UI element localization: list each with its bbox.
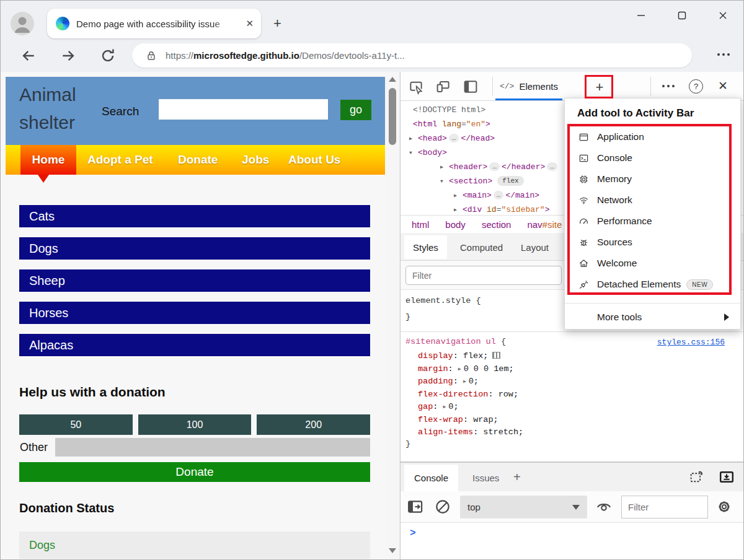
- live-expression-eye-icon[interactable]: [595, 498, 613, 515]
- css-property-row[interactable]: flex-direction: row;: [418, 388, 743, 401]
- css-property-row[interactable]: gap: ▶0;: [418, 401, 743, 414]
- amount-100-button[interactable]: 100: [138, 414, 252, 435]
- refresh-button[interactable]: [100, 48, 116, 64]
- move-quick-view-icon[interactable]: [689, 469, 705, 485]
- profile-avatar[interactable]: [11, 12, 34, 35]
- css-property-value[interactable]: flex;: [463, 351, 489, 361]
- devtools-close-icon[interactable]: ✕: [718, 79, 728, 93]
- stylesheet-source-link[interactable]: styles.css:156: [657, 338, 725, 347]
- nav-item-donate[interactable]: Donate: [178, 145, 218, 175]
- new-tab-button[interactable]: +: [273, 15, 281, 32]
- amount-50-button[interactable]: 50: [19, 414, 133, 435]
- breadcrumb-item-body[interactable]: body: [445, 219, 466, 230]
- scroll-down-icon[interactable]: [389, 548, 396, 553]
- inspect-element-icon[interactable]: [408, 79, 424, 95]
- url-path: /Demos/devtools-a11y-t...: [299, 50, 405, 61]
- tab-console[interactable]: Console: [404, 465, 458, 491]
- nav-item-adopt[interactable]: Adopt a Pet: [87, 145, 153, 175]
- console-output[interactable]: >: [401, 523, 743, 559]
- animal-link-alpacas[interactable]: Alpacas: [19, 334, 370, 356]
- maximize-button[interactable]: [662, 1, 702, 30]
- expand-arrow-icon[interactable]: ▼: [409, 146, 418, 160]
- animal-link-sheep[interactable]: Sheep: [19, 269, 370, 292]
- css-property-value[interactable]: row;: [498, 390, 518, 399]
- scroll-up-icon[interactable]: [389, 77, 396, 82]
- css-property-name[interactable]: padding: [418, 377, 453, 386]
- tab-layout[interactable]: Layout: [512, 235, 557, 259]
- page-scrollbar[interactable]: [386, 72, 399, 559]
- forward-button[interactable]: [60, 48, 76, 64]
- minimize-button[interactable]: [621, 1, 662, 30]
- expand-arrow-icon[interactable]: ▼: [440, 174, 449, 188]
- css-property-row[interactable]: padding: ▶0;: [418, 375, 743, 388]
- close-drawer-icon[interactable]: [719, 469, 735, 485]
- expand-arrow-icon[interactable]: ▶: [454, 203, 463, 215]
- lock-icon[interactable]: [146, 50, 157, 61]
- donate-button[interactable]: Donate: [19, 462, 370, 482]
- css-property-row[interactable]: margin: ▶0 0 0 1em;: [418, 363, 743, 376]
- activity-bar-layout-icon[interactable]: [463, 79, 479, 95]
- expand-arrow-icon[interactable]: ▶: [440, 160, 449, 174]
- css-property-row[interactable]: align-items: stretch;: [418, 426, 743, 439]
- tab-issues[interactable]: Issues: [463, 465, 509, 491]
- expand-arrow-icon[interactable]: ▶: [409, 131, 418, 146]
- donation-status-row[interactable]: Dogs: [19, 532, 370, 559]
- console-prompt-icon[interactable]: >: [410, 528, 416, 539]
- devtools-more-icon[interactable]: [662, 85, 675, 87]
- devtools-help-icon[interactable]: ?: [689, 79, 703, 94]
- code-token: "en": [466, 120, 485, 129]
- nav-item-jobs[interactable]: Jobs: [242, 145, 269, 175]
- clear-console-icon[interactable]: [434, 498, 451, 515]
- animal-link-dogs[interactable]: Dogs: [19, 237, 370, 260]
- expand-arrow-icon[interactable]: ▶: [458, 363, 461, 376]
- scrollbar-thumb[interactable]: [389, 88, 396, 145]
- search-input[interactable]: [159, 99, 328, 120]
- tab-close-icon[interactable]: ✕: [246, 18, 254, 29]
- breadcrumb-item-section[interactable]: section: [482, 219, 512, 230]
- css-property-name[interactable]: flex-direction: [418, 390, 488, 399]
- expand-arrow-icon[interactable]: ▶: [454, 188, 463, 203]
- styles-filter-input[interactable]: [405, 266, 562, 285]
- css-property-value[interactable]: 0;: [469, 377, 479, 386]
- code-token: lang: [442, 120, 461, 129]
- console-sidebar-icon[interactable]: [407, 498, 424, 515]
- drawer-add-tab-icon[interactable]: +: [513, 470, 521, 484]
- css-property-name[interactable]: flex-wrap: [418, 415, 463, 424]
- annotation-box-plus: [585, 75, 613, 98]
- breadcrumb-item-nav[interactable]: nav#site: [527, 219, 562, 230]
- css-property-value[interactable]: 0 0 0 1em;: [464, 364, 514, 374]
- tab-computed[interactable]: Computed: [451, 235, 512, 259]
- breadcrumb-item-html[interactable]: html: [412, 219, 429, 230]
- css-property-value[interactable]: 0;: [448, 402, 458, 411]
- amount-200-button[interactable]: 200: [257, 414, 370, 435]
- search-go-button[interactable]: go: [340, 100, 371, 120]
- address-bar[interactable]: https://microsoftedge.github.io/Demos/de…: [132, 43, 692, 68]
- css-property-name[interactable]: display: [418, 351, 453, 361]
- css-property-value[interactable]: wrap;: [473, 415, 498, 424]
- close-window-button[interactable]: [702, 1, 743, 30]
- nav-item-about[interactable]: About Us: [288, 145, 340, 175]
- tab-elements[interactable]: </> Elements: [500, 72, 558, 100]
- console-settings-gear-icon[interactable]: [715, 498, 733, 515]
- javascript-context-select[interactable]: top: [460, 496, 587, 518]
- expand-arrow-icon[interactable]: ▶: [463, 375, 466, 388]
- css-property-value[interactable]: stretch;: [483, 427, 523, 437]
- back-button[interactable]: [20, 48, 37, 64]
- tab-styles[interactable]: Styles: [404, 235, 447, 259]
- nav-item-home[interactable]: Home: [20, 145, 76, 175]
- css-property-name[interactable]: align-items: [418, 427, 473, 437]
- animal-link-horses[interactable]: Horses: [19, 302, 370, 324]
- console-filter-input[interactable]: [621, 496, 708, 518]
- device-emulation-icon[interactable]: [435, 79, 451, 95]
- css-property-row[interactable]: display: flex;: [418, 350, 743, 363]
- flex-editor-icon[interactable]: [492, 352, 500, 359]
- expand-arrow-icon[interactable]: ▶: [443, 401, 446, 414]
- css-property-name[interactable]: margin: [418, 364, 448, 374]
- other-amount-input[interactable]: [55, 438, 370, 457]
- browser-tab[interactable]: Demo page with accessibility issue ✕: [47, 9, 261, 38]
- browser-settings-icon[interactable]: [717, 53, 730, 56]
- menu-item-more-tools[interactable]: More tools: [565, 307, 740, 328]
- css-property-row[interactable]: flex-wrap: wrap;: [418, 414, 743, 427]
- animal-link-cats[interactable]: Cats: [19, 205, 370, 227]
- css-property-name[interactable]: gap: [418, 402, 433, 411]
